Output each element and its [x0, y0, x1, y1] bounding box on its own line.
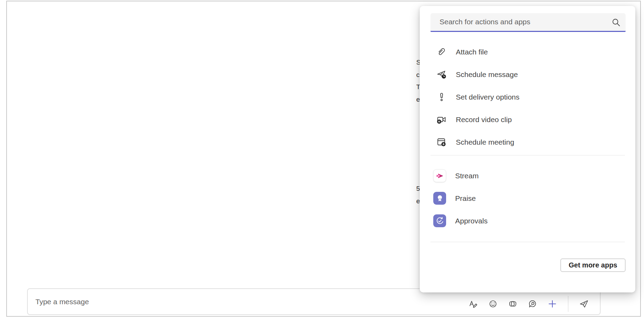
plus-icon — [547, 299, 557, 309]
search-input[interactable] — [440, 13, 599, 31]
menu-item-label: Schedule meeting — [456, 138, 514, 146]
schedule-message-icon — [436, 69, 447, 80]
set-delivery-options-icon — [436, 92, 447, 103]
menu-item-schedule-message[interactable]: Schedule message — [420, 63, 635, 86]
schedule-meeting-icon — [436, 137, 447, 148]
popup-divider — [430, 155, 625, 155]
app-item-praise[interactable]: Praise — [420, 187, 635, 210]
format-button[interactable] — [468, 299, 478, 309]
emoji-icon — [488, 299, 498, 309]
menu-item-label: Schedule message — [456, 70, 518, 79]
menu-item-record-video-clip[interactable]: Record video clip — [420, 108, 635, 131]
menu-item-label: Record video clip — [456, 116, 512, 124]
loop-icon — [508, 299, 518, 309]
search-icon[interactable] — [611, 18, 621, 27]
approvals-app-icon — [433, 214, 446, 227]
popup-apps-list: Stream Praise — [420, 164, 635, 232]
actions-and-apps-popup: Attach file Schedule messag — [420, 6, 635, 292]
attach-file-icon — [436, 46, 447, 58]
chat-bubble-button[interactable] — [527, 299, 538, 309]
record-video-clip-icon — [436, 114, 447, 125]
stream-app-icon — [433, 169, 446, 182]
emoji-button[interactable] — [488, 299, 498, 309]
toolbar-divider — [568, 296, 568, 312]
get-more-apps-button[interactable]: Get more apps — [560, 258, 626, 272]
compose-toolbar — [468, 289, 589, 314]
teams-window: S c T e 5 e — [0, 0, 644, 324]
send-icon — [579, 299, 589, 309]
message-input[interactable] — [35, 289, 348, 314]
loop-components-button[interactable] — [508, 299, 518, 309]
menu-item-schedule-meeting[interactable]: Schedule meeting — [420, 131, 635, 153]
app-item-label: Approvals — [455, 217, 487, 225]
app-item-label: Praise — [455, 194, 476, 203]
praise-app-icon — [433, 192, 446, 205]
popup-search-box[interactable] — [430, 13, 626, 32]
app-item-approvals[interactable]: Approvals — [420, 210, 635, 232]
send-button[interactable] — [579, 299, 589, 309]
add-actions-button[interactable] — [547, 299, 558, 309]
format-icon — [468, 299, 478, 309]
menu-item-label: Set delivery options — [456, 93, 519, 101]
menu-item-label: Attach file — [456, 48, 488, 56]
chat-bubble-icon — [528, 299, 537, 309]
popup-divider — [430, 242, 625, 242]
popup-actions-list: Attach file Schedule messag — [420, 41, 635, 153]
menu-item-set-delivery-options[interactable]: Set delivery options — [420, 86, 635, 108]
menu-item-attach-file[interactable]: Attach file — [420, 41, 635, 63]
app-item-label: Stream — [455, 172, 479, 180]
app-item-stream[interactable]: Stream — [420, 164, 635, 187]
